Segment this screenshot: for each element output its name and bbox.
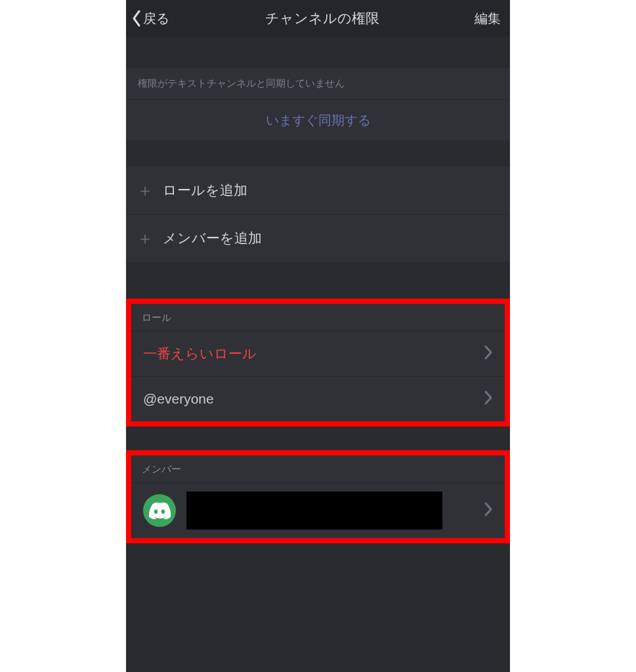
add-role-button[interactable]: ＋ ロールを追加 (126, 167, 510, 214)
role-name: 一番えらいロール (143, 345, 257, 363)
members-highlight-box: メンバー (126, 450, 510, 543)
plus-icon: ＋ (137, 179, 151, 202)
members-section-header: メンバー (131, 455, 505, 482)
page-title: チャンネルの権限 (265, 9, 379, 28)
back-label: 戻る (143, 10, 169, 28)
discord-icon (148, 502, 171, 519)
add-member-label: メンバーを追加 (163, 229, 262, 247)
member-row[interactable] (131, 482, 505, 538)
header-bar: 戻る チャンネルの権限 編集 (126, 0, 510, 37)
member-name-redacted (186, 492, 442, 530)
avatar (143, 494, 176, 527)
sync-notice: 権限がテキストチャンネルと同期していません (126, 68, 510, 99)
edit-button[interactable]: 編集 (475, 10, 501, 28)
chevron-right-icon (484, 390, 493, 409)
plus-icon: ＋ (137, 227, 151, 250)
back-button[interactable]: 戻る (131, 9, 169, 28)
chevron-right-icon (484, 501, 493, 520)
sync-now-button[interactable]: いますぐ同期する (126, 99, 510, 140)
roles-section-header: ロール (131, 304, 505, 331)
roles-highlight-box: ロール 一番えらいロール @everyone (126, 299, 510, 427)
chevron-left-icon (131, 9, 142, 28)
add-role-label: ロールを追加 (163, 181, 247, 200)
role-name: @everyone (143, 391, 214, 407)
chevron-right-icon (484, 345, 493, 364)
add-member-button[interactable]: ＋ メンバーを追加 (126, 214, 510, 262)
role-row[interactable]: 一番えらいロール (131, 331, 505, 376)
role-row[interactable]: @everyone (131, 376, 505, 421)
